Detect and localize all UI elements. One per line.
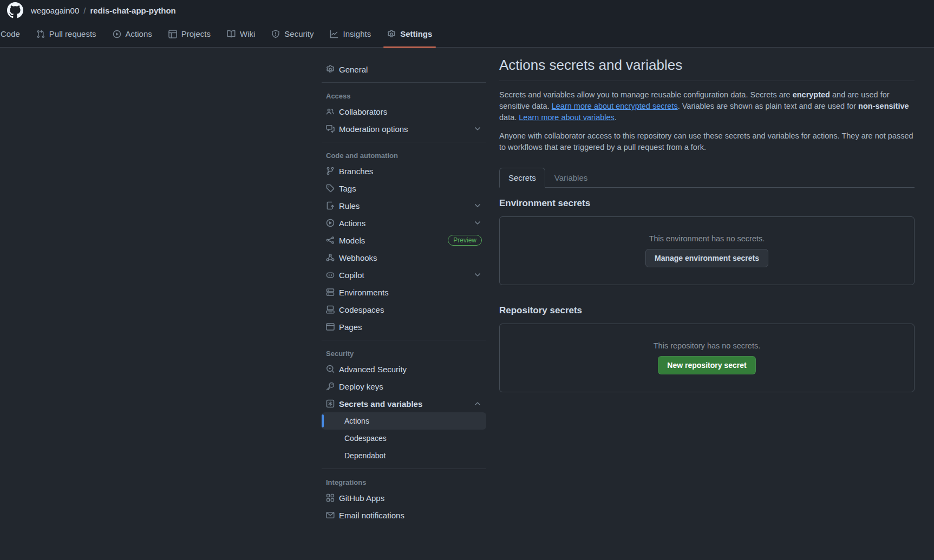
chevron-down-icon [473,124,482,133]
repo-tab-insights[interactable]: Insights [322,21,379,47]
repo-nav: CodePull requestsActionsProjectsWikiSecu… [0,21,934,48]
sidebar-item-tags[interactable]: Tags [322,180,486,197]
sidebar-item-pages[interactable]: Pages [322,318,486,335]
fork-note-paragraph: Anyone with collaborator access to this … [499,130,915,153]
repo-tab-wiki[interactable]: Wiki [219,21,263,47]
graph-icon [330,30,338,38]
sidebar-item-label: Advanced Security [339,365,407,374]
key-icon [326,382,335,391]
sidebar-subitem-label: Dependabot [344,451,386,460]
gear-icon [326,65,335,74]
sidebar-item-environments[interactable]: Environments [322,284,486,301]
intro-text: . Variables are shown as plain text and … [678,102,858,110]
play-icon [326,219,335,227]
book-icon [227,30,236,38]
sidebar-item-label: GitHub Apps [339,493,384,503]
sidebar-divider [322,469,486,469]
sidebar-section-label-code-and-automation: Code and automation [322,147,486,162]
manage-environment-secrets-button[interactable]: Manage environment secrets [645,249,768,267]
repo-tab-label: Settings [400,29,432,38]
sidebar-subitem-actions[interactable]: Actions [322,412,486,430]
sidebar-item-models[interactable]: ModelsPreview [322,232,486,249]
sidebar-item-label: Codespaces [339,305,384,314]
main-content: Actions secrets and variables Secrets an… [499,57,915,392]
sidebar-item-label: Deploy keys [339,382,383,391]
sidebar-item-secrets-and-variables[interactable]: Secrets and variables [322,395,486,412]
app-header: wegoagain00 / redis-chat-app-python Code… [0,0,934,48]
comment-discussion-icon [326,124,335,133]
repo-tab-projects[interactable]: Projects [160,21,219,47]
sidebar-item-branches[interactable]: Branches [322,162,486,180]
sidebar-section-label-security: Security [322,345,486,360]
repo-tab-security[interactable]: Security [263,21,322,47]
sidebar-item-email-notifications[interactable]: Email notifications [322,506,486,524]
tab-variables[interactable]: Variables [545,168,597,188]
rules-icon [326,201,335,210]
sidebar-item-moderation-options[interactable]: Moderation options [322,120,486,137]
learn-more-link[interactable]: Learn more about variables [519,113,615,122]
sidebar-divider [322,340,486,340]
repo-tab-pull-requests[interactable]: Pull requests [28,21,104,47]
sidebar-section-label-integrations: Integrations [322,473,486,489]
breadcrumb-separator: / [83,6,86,15]
sidebar-item-rules[interactable]: Rules [322,197,486,214]
sidebar-item-label: General [339,65,368,74]
sidebar-item-actions[interactable]: Actions [322,214,486,232]
chevron-down-icon [473,219,482,227]
sidebar-item-label: Models [339,236,365,245]
models-icon [326,236,335,245]
sidebar-item-label: Pages [339,322,362,332]
repo-tab-label: Projects [181,29,211,38]
sidebar-item-label: Moderation options [339,124,408,134]
repo-tab-label: Insights [343,29,371,38]
sidebar-subitem-dependabot[interactable]: Dependabot [322,447,486,464]
sidebar-item-label: Rules [339,201,360,210]
breadcrumb-repo[interactable]: redis-chat-app-python [90,6,175,15]
mail-icon [326,511,335,519]
sidebar-item-general[interactable]: General [322,61,486,78]
sidebar-item-label: Tags [339,184,356,193]
sidebar-subitem-codespaces[interactable]: Codespaces [322,430,486,447]
gear-icon [387,30,396,38]
preview-badge: Preview [448,235,482,246]
table-icon [168,30,177,38]
intro-text: data. [499,113,519,122]
browser-icon [326,322,335,331]
repo-tab-label: Security [284,29,313,38]
sidebar-divider [322,142,486,142]
chevron-down-icon [473,201,482,210]
intro-bold-text: non-sensitive [858,102,909,110]
sidebar-item-codespaces[interactable]: Codespaces [322,301,486,318]
sidebar-subitem-label: Actions [344,417,369,425]
repo-tab-code[interactable]: Code [0,21,28,47]
repo-tab-settings[interactable]: Settings [379,21,440,47]
intro-text: Secrets and variables allow you to manag… [499,90,793,99]
environment-secrets-heading: Environment secrets [499,198,915,209]
sidebar-item-collaborators[interactable]: Collaborators [322,103,486,120]
repository-secrets-empty-box: This repository has no secrets. New repo… [499,324,915,392]
sidebar-item-label: Webhooks [339,253,377,262]
sidebar-item-deploy-keys[interactable]: Deploy keys [322,378,486,395]
tab-secrets[interactable]: Secrets [499,168,545,188]
sidebar-divider [322,82,486,83]
people-icon [326,107,335,116]
repository-secrets-section: Repository secrets This repository has n… [499,305,915,392]
sidebar-item-label: Environments [339,288,389,297]
sidebar-item-label: Copilot [339,271,364,280]
learn-more-link[interactable]: Learn more about encrypted secrets [552,102,678,110]
repo-tab-actions[interactable]: Actions [104,21,160,47]
github-logo-icon[interactable] [7,2,23,18]
repo-tab-label: Pull requests [49,29,96,38]
repository-secrets-heading: Repository secrets [499,305,915,316]
sidebar-item-advanced-security[interactable]: Advanced Security [322,360,486,378]
breadcrumb: wegoagain00 / redis-chat-app-python [0,0,934,21]
sidebar-item-webhooks[interactable]: Webhooks [322,249,486,266]
breadcrumb-owner[interactable]: wegoagain00 [31,6,79,15]
sidebar-item-label: Email notifications [339,511,404,520]
sidebar-item-copilot[interactable]: Copilot [322,266,486,284]
sidebar-item-label: Secrets and variables [339,399,422,409]
new-repository-secret-button[interactable]: New repository secret [658,356,755,374]
chevron-up-icon [473,399,482,408]
sidebar-item-github-apps[interactable]: GitHub Apps [322,489,486,506]
environment-secrets-empty-text: This environment has no secrets. [649,234,765,243]
